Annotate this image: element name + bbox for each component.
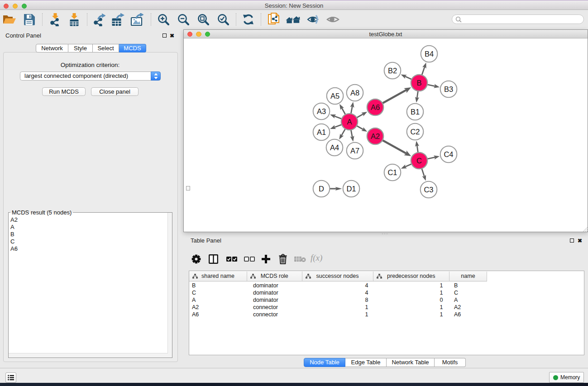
svg-text:A3: A3 — [317, 107, 326, 115]
svg-text:B3: B3 — [444, 85, 453, 93]
svg-text:A2: A2 — [371, 132, 380, 140]
svg-text:B4: B4 — [425, 50, 434, 58]
svg-text:A7: A7 — [350, 147, 359, 155]
svg-text:C1: C1 — [387, 168, 397, 176]
svg-text:B: B — [416, 79, 421, 87]
svg-text:D1: D1 — [346, 185, 356, 193]
svg-text:A: A — [347, 118, 352, 126]
svg-text:A5: A5 — [330, 92, 339, 100]
svg-text:C4: C4 — [444, 150, 453, 158]
svg-text:B2: B2 — [388, 67, 397, 75]
svg-text:B1: B1 — [411, 108, 420, 116]
svg-text:D: D — [319, 185, 324, 193]
svg-text:C: C — [416, 157, 422, 165]
svg-text:A6: A6 — [371, 103, 380, 111]
svg-text:C2: C2 — [410, 128, 420, 136]
svg-text:A8: A8 — [350, 89, 359, 97]
svg-text:A1: A1 — [317, 128, 326, 136]
svg-text:C3: C3 — [424, 186, 433, 194]
svg-text:A4: A4 — [330, 143, 339, 152]
